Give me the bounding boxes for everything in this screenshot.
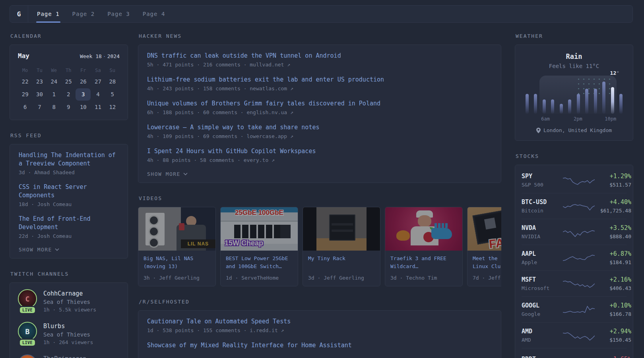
twitch-section: TWITCH CHANNELS C LIVE CohhCarnage Sea o…	[10, 271, 128, 358]
video-card[interactable]: FAS Meet the Linux Clu 7d · Jeff Geerlin…	[467, 207, 501, 286]
video-meta: 1d · ServeTheHome	[226, 275, 293, 281]
rss-item-title[interactable]: The End of Front-End Development	[19, 215, 91, 231]
stock-row[interactable]: GOOGL Google +0.10% $166.78	[522, 297, 627, 323]
twitch-avatar-wrap: P	[18, 354, 37, 358]
stock-name: NVIDIA	[522, 233, 563, 240]
stock-symbol: BTC-USD	[522, 198, 563, 206]
live-badge: LIVE	[20, 307, 35, 313]
degree-symbol: °	[616, 70, 619, 76]
dow-label: Su	[105, 66, 120, 75]
video-title[interactable]: Meet the Linux Clu	[473, 255, 501, 271]
video-title[interactable]: Big NAS, Lil NAS (moving 13)	[144, 255, 210, 271]
dow-label: Tu	[32, 66, 47, 75]
video-title[interactable]: BEST Low Power 25GbE and 100GbE Switch…	[226, 255, 293, 271]
stock-row[interactable]: AAPL Apple +6.87% $184.91	[522, 245, 627, 271]
twitch-channel-row[interactable]: B LIVE Blurbs Sea of Thieves 1h · 264 vi…	[18, 322, 120, 346]
page-tabs: Page 1 Page 2 Page 3 Page 4	[28, 6, 171, 22]
stock-change: +4.40%	[595, 198, 631, 206]
reddit-item-title[interactable]: Showcase of my Mixed Reality Interface f…	[147, 342, 352, 349]
hn-item-title[interactable]: Unique volumes of Brothers Grimm fairy t…	[147, 100, 380, 107]
hn-item-meta: 4h · 243 points · 158 comments · newatla…	[147, 85, 492, 92]
twitch-channel-name[interactable]: Blurbs	[43, 322, 93, 331]
stock-sparkline	[563, 353, 595, 358]
calendar-day: 30	[32, 88, 47, 101]
stock-row[interactable]: NVDA NVIDIA +3.52% $888.40	[522, 219, 627, 245]
video-thumbnail[interactable]: FAS	[467, 207, 501, 251]
video-card[interactable]: LIL NAS Big NAS, Lil NAS (moving 13) 3h …	[138, 207, 216, 286]
tab-label: Page 3	[107, 11, 130, 17]
twitch-channel-name[interactable]: ThePrimeagen	[43, 355, 86, 358]
hn-item-title[interactable]: Lithium-free sodium batteries exit the l…	[147, 76, 384, 83]
video-thumbnail[interactable]: 25GbE 100GbE 15W Cheap	[221, 207, 298, 251]
temp-bar	[619, 94, 623, 114]
stock-sparkline	[563, 174, 595, 187]
hn-item-title[interactable]: I Spent 24 Hours with GitHub Copilot Wor…	[147, 148, 316, 155]
app-logo[interactable]: G	[10, 6, 28, 22]
hackernews-section: HACKER NEWS DNS traffic can leak outside…	[138, 33, 501, 183]
hn-item-title[interactable]: DNS traffic can leak outside the VPN tun…	[147, 52, 341, 59]
weather-widget: Rain Feels like 11°C	[515, 45, 633, 141]
temperature-bars	[526, 76, 623, 114]
videos-carousel: LIL NAS Big NAS, Lil NAS (moving 13) 3h …	[138, 207, 501, 286]
stock-change: +3.52%	[595, 224, 631, 232]
calendar-day: 27	[91, 76, 105, 88]
tab-page-1[interactable]: Page 1	[31, 6, 66, 22]
stock-row[interactable]: SPY S&P 500 +1.29% $511.57	[522, 167, 627, 193]
tab-page-2[interactable]: Page 2	[66, 6, 101, 22]
hn-item: Unique volumes of Brothers Grimm fairy t…	[147, 99, 492, 116]
hn-item-meta: 6h · 188 points · 60 comments · english.…	[147, 109, 492, 116]
video-title[interactable]: Traefik 3 and FREE Wildcard…	[390, 255, 457, 271]
rss-item-title[interactable]: Handling The Indentation of a Treeview C…	[19, 152, 116, 167]
tab-page-4[interactable]: Page 4	[136, 6, 172, 22]
reddit-item-meta: 1d · 538 points · 155 comments · i.redd.…	[147, 327, 492, 334]
reddit-item-title[interactable]: Cautionary Tale on Automated Speed Tests	[147, 318, 291, 325]
stock-price: $511.57	[595, 181, 631, 189]
twitch-channel-row[interactable]: C LIVE CohhCarnage Sea of Thieves 1h · 5…	[18, 289, 120, 313]
temp-bar	[526, 94, 529, 114]
active-tab-underline	[36, 21, 60, 23]
rss-show-more-button[interactable]: SHOW MORE	[19, 247, 119, 253]
video-card[interactable]: My Tiny Rack 3d · Jeff Geerling	[303, 207, 380, 286]
stock-row[interactable]: RDDT -1.65%	[522, 348, 627, 358]
twitch-channel-row[interactable]: P ThePrimeagen	[18, 354, 120, 358]
video-thumbnail[interactable]: LIL NAS	[138, 207, 215, 251]
separator-dot: ·	[103, 53, 106, 59]
video-thumbnail[interactable]	[385, 207, 462, 251]
calendar-day: 9	[61, 101, 76, 113]
hn-item-title[interactable]: Lowercase – A simple way to take and sha…	[147, 124, 319, 131]
tab-page-3[interactable]: Page 3	[101, 6, 136, 22]
twitch-channel-name[interactable]: CohhCarnage	[43, 290, 96, 298]
stock-sparkline	[563, 200, 595, 213]
video-card[interactable]: Traefik 3 and FREE Wildcard… 3d · Techno…	[385, 207, 463, 286]
stock-row[interactable]: BTC-USD Bitcoin +4.40% $61,725.48	[522, 193, 627, 219]
hackernews-widget: DNS traffic can leak outside the VPN tun…	[138, 45, 501, 183]
temp-bar	[577, 94, 580, 114]
calendar-day: 5	[105, 88, 120, 101]
video-title-line: Meet the	[473, 255, 501, 263]
video-title-line: (moving 13)	[144, 263, 210, 270]
video-title[interactable]: My Tiny Rack	[308, 255, 375, 271]
stock-sparkline	[563, 304, 595, 316]
dow-label: Mo	[18, 66, 32, 75]
stock-sparkline	[563, 226, 595, 239]
location-text: London, United Kingdom	[543, 127, 612, 133]
hn-show-more-button[interactable]: SHOW MORE	[147, 171, 492, 177]
dow-label: Fr	[76, 66, 91, 75]
stock-row[interactable]: AMD AMD +2.94% $150.45	[522, 323, 627, 348]
hn-item: Lithium-free sodium batteries exit the l…	[147, 76, 492, 92]
rss-item: Handling The Indentation of a Treeview C…	[19, 151, 119, 176]
weather-hourly-chart: 12° 6am 2pm 10pm	[525, 76, 623, 123]
videos-section-title: VIDEOS	[139, 195, 501, 201]
dow-label: Sa	[91, 66, 105, 75]
video-card[interactable]: 25GbE 100GbE 15W Cheap BEST Low Power 25…	[220, 207, 298, 286]
logo-text: G	[17, 10, 21, 18]
stock-sparkline	[563, 252, 595, 265]
video-thumbnail[interactable]	[303, 207, 380, 251]
calendar-year: 2024	[107, 53, 120, 59]
stock-sparkline	[563, 329, 595, 342]
twitch-avatar-wrap: B LIVE	[18, 322, 37, 344]
rss-item-title[interactable]: CSS in React Server Components	[19, 183, 87, 199]
rss-item-meta: 3d · Ahmad Shadeed	[19, 169, 119, 176]
twitch-channel-game: Sea of Thieves	[43, 298, 96, 306]
stock-row[interactable]: MSFT Microsoft +2.16% $406.43	[522, 271, 627, 297]
